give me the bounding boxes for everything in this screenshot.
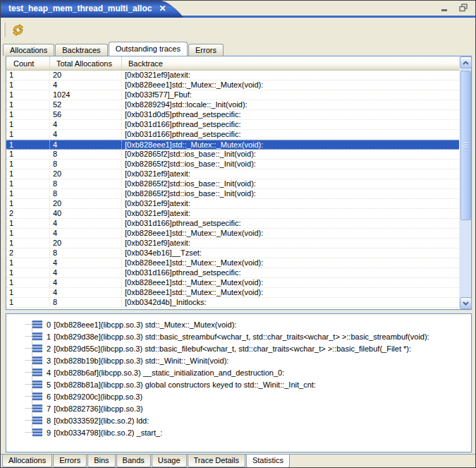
trace-frame-item[interactable]: 7 [0xb8282736](libcpp.so.3)	[6, 402, 471, 414]
table-row[interactable]: 1 4 [0xb828eee1]std::_Mutex::_Mutex(void…	[6, 140, 459, 150]
trace-frame-item[interactable]: 8 [0xb0333592](libc.so.2) ldd:	[6, 414, 471, 426]
tree-stub	[25, 396, 32, 397]
table-row[interactable]: 1 1024 [0xb033f577]_Fbuf:	[6, 90, 459, 100]
backtrace-cell: [0xb828eee1]std::_Mutex::_Mutex(void):	[122, 288, 459, 297]
close-icon[interactable]: ✕	[157, 4, 167, 13]
total-allocations-cell: 52	[50, 100, 122, 109]
table-row[interactable]: 2 40 [0xb0321ef9]atexit:	[6, 209, 459, 219]
table-row[interactable]: 1 4 [0xb828eee1]std::_Mutex::_Mutex(void…	[6, 258, 459, 268]
total-allocations-cell: 8	[50, 160, 122, 169]
count-cell: 1	[6, 71, 50, 80]
count-cell: 1	[6, 120, 50, 129]
table-row[interactable]: 1 4 [0xb828eee1]std::_Mutex::_Mutex(void…	[6, 229, 459, 239]
trace-frame-item[interactable]: 1 [0xb829d38e](libcpp.so.3) std::basic_s…	[6, 330, 471, 342]
backtrace-cell: [0xb0321ef9]atexit:	[122, 71, 459, 80]
restore-icon	[459, 4, 468, 12]
total-allocations-cell: 4	[50, 268, 122, 277]
frame-number: 8	[47, 416, 51, 425]
total-allocations-cell: 40	[50, 209, 122, 218]
backtrace-cell: [0xb828eee1]std::_Mutex::_Mutex(void):	[122, 80, 459, 90]
table-row[interactable]: 1 20 [0xb0321ef9]atexit:	[6, 239, 459, 248]
table-row[interactable]: 1 8 [0xb82865f2]std::ios_base::_Init(voi…	[6, 150, 459, 160]
table-row[interactable]: 1 4 [0xb031d166]pthread_setspecific:	[6, 219, 459, 229]
total-allocations-cell: 8	[50, 248, 122, 258]
vertical-scrollbar[interactable]	[459, 56, 471, 309]
backtrace-cell: [0xb034eb16]__Tzset:	[122, 248, 459, 258]
count-cell: 1	[6, 239, 50, 248]
table-row[interactable]: 1 20 [0xb0321ef9]atexit:	[6, 71, 459, 80]
table-row[interactable]: 1 8 [0xb0342d4b]_Initlocks:	[6, 298, 459, 308]
table-row[interactable]: 2 8 [0xb034eb16]__Tzset:	[6, 248, 459, 258]
page-tabs: AllocationsErrorsBinsBandsUsageTrace Det…	[1, 454, 475, 467]
trace-frame-item[interactable]: 4 [0xb828b6af](libcpp.so.3) __static_ini…	[6, 366, 471, 378]
count-cell: 1	[6, 258, 50, 268]
backtrace-cell: [0xb828eee1]std::_Mutex::_Mutex(void):	[122, 278, 459, 287]
tree-stub	[25, 432, 32, 433]
total-allocations-cell: 4	[50, 258, 122, 268]
count-cell: 1	[6, 199, 50, 208]
table-row[interactable]: 1 52 [0xb8289294]std::locale::_Init(void…	[6, 100, 459, 110]
scrollbar-thumb[interactable]	[460, 71, 471, 220]
table-row[interactable]: 1 8 [0xb82865f2]std::ios_base::_Init(voi…	[6, 160, 459, 169]
backtrace-cell: [0xb0342d4b]_Initlocks:	[122, 298, 459, 307]
tree-stub	[25, 324, 32, 325]
table-row[interactable]: 1 4 [0xb828eee1]std::_Mutex::_Mutex(void…	[6, 278, 459, 288]
trace-table-body: 1 20 [0xb0321ef9]atexit: 1 4 [0xb828eee1…	[6, 71, 459, 309]
scroll-up-button[interactable]	[460, 56, 472, 68]
minimize-button[interactable]	[440, 4, 450, 12]
table-row[interactable]: 1 56 [0xb031d0d5]pthread_setspecific:	[6, 110, 459, 120]
table-row[interactable]: 1 4 [0xb031d166]pthread_setspecific:	[6, 120, 459, 130]
tree-stub	[25, 420, 32, 421]
bottom-tab-bands[interactable]: Bands	[116, 455, 151, 467]
toolbar-grip[interactable]	[4, 23, 6, 37]
view-tab[interactable]: test_heap_mem_thread_multi_alloc ✕	[1, 1, 161, 18]
restore-button[interactable]	[458, 4, 468, 12]
scroll-down-button[interactable]	[460, 297, 472, 309]
trace-frame-item[interactable]: 6 [0xb829200c](libcpp.so.3)	[6, 390, 471, 402]
column-header-count[interactable]: Count	[6, 56, 50, 71]
trace-frame-item[interactable]: 2 [0xb829d55c](libcpp.so.3) std::basic_f…	[6, 342, 471, 354]
table-row[interactable]: 1 4 [0xb828eee1]std::_Mutex::_Mutex(void…	[6, 288, 459, 298]
total-allocations-cell: 8	[50, 189, 122, 198]
bottom-tab-usage[interactable]: Usage	[152, 455, 187, 467]
stack-frame-icon	[32, 332, 42, 340]
frame-text: [0xb828b81a](libcpp.so.3) global constru…	[54, 380, 316, 389]
backtrace-cell: [0xb828eee1]std::_Mutex::_Mutex(void):	[122, 258, 459, 268]
total-allocations-cell: 8	[50, 179, 122, 188]
bottom-tab-allocations[interactable]: Allocations	[2, 455, 52, 467]
bottom-tab-bins[interactable]: Bins	[87, 455, 115, 467]
column-header-total-allocations[interactable]: Total Allocations	[50, 56, 122, 71]
bottom-tab-errors[interactable]: Errors	[53, 455, 87, 467]
count-cell: 1	[6, 288, 50, 297]
count-cell: 1	[6, 268, 50, 277]
refresh-button[interactable]	[10, 22, 25, 37]
table-row[interactable]: 1 8 [0xb82865f2]std::ios_base::_Init(voi…	[6, 179, 459, 189]
tab-allocations[interactable]: Allocations	[3, 44, 54, 56]
total-allocations-cell: 4	[50, 120, 122, 129]
backtrace-cell: [0xb031d166]pthread_setspecific:	[122, 120, 459, 129]
table-row[interactable]: 1 20 [0xb0321ef9]atexit:	[6, 199, 459, 209]
bottom-tab-trace-details[interactable]: Trace Details	[188, 455, 245, 467]
tab-errors[interactable]: Errors	[188, 44, 224, 56]
tab-outstanding-traces[interactable]: Outstanding traces	[109, 42, 188, 56]
table-row[interactable]: 1 20 [0xb0321ef9]atexit:	[6, 169, 459, 179]
tree-stub	[25, 408, 32, 409]
bottom-tab-statistics[interactable]: Statistics	[246, 455, 290, 468]
table-row[interactable]: 1 8 [0xb82865f2]std::ios_base::_Init(voi…	[6, 189, 459, 199]
frame-text: [0xb829d55c](libcpp.so.3) std::basic_fil…	[54, 344, 411, 353]
table-row[interactable]: 1 4 [0xb828eee1]std::_Mutex::_Mutex(void…	[6, 80, 459, 90]
frame-number: 6	[47, 392, 51, 401]
trace-frame-item[interactable]: 0 [0xb828eee1](libcpp.so.3) std::_Mutex:…	[6, 318, 471, 330]
trace-frame-item[interactable]: 5 [0xb828b81a](libcpp.so.3) global const…	[6, 378, 471, 390]
backtrace-cell: [0xb82865f2]std::ios_base::_Init(void):	[122, 150, 459, 159]
stack-frame-icon	[32, 356, 42, 364]
table-row[interactable]: 1 4 [0xb031d166]pthread_setspecific:	[6, 130, 459, 140]
tab-backtraces[interactable]: Backtraces	[55, 44, 107, 56]
view-titlebar: test_heap_mem_thread_multi_alloc ✕	[1, 1, 475, 18]
trace-frame-item[interactable]: 3 [0xb828b19b](libcpp.so.3) std::_Winit:…	[6, 354, 471, 366]
total-allocations-cell: 4	[50, 80, 122, 90]
trace-frame-item[interactable]: 9 [0xb0334798](libc.so.2) _start_:	[6, 426, 471, 438]
trace-tabs: AllocationsBacktracesOutstanding tracesE…	[3, 41, 224, 56]
table-row[interactable]: 1 4 [0xb031d166]pthread_setspecific:	[6, 268, 459, 278]
column-header-backtrace[interactable]: Backtrace	[122, 56, 471, 71]
